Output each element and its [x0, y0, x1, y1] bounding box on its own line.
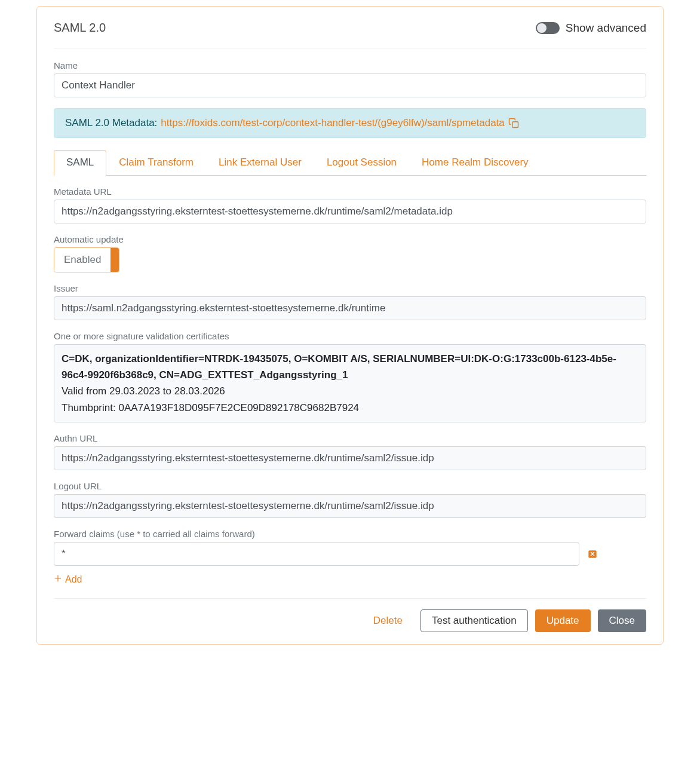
plus-icon [54, 574, 62, 585]
certificate-subject: C=DK, organizationIdentifier=NTRDK-19435… [62, 351, 638, 383]
metadata-url-label: Metadata URL [54, 186, 646, 197]
tab-claim-transform[interactable]: Claim Transform [106, 150, 206, 176]
name-input[interactable] [54, 73, 646, 97]
auto-update-label: Automatic update [54, 234, 646, 244]
tab-saml[interactable]: SAML [54, 150, 106, 176]
auto-update-toggle[interactable]: Enabled [54, 247, 119, 272]
show-advanced-label: Show advanced [566, 22, 646, 35]
certificate-validity: Valid from 29.03.2023 to 28.03.2026 [62, 383, 638, 399]
toggle-bar-icon [110, 248, 119, 272]
metadata-banner-label: SAML 2.0 Metadata: [65, 117, 157, 129]
metadata-banner: SAML 2.0 Metadata: https://foxids.com/te… [54, 108, 646, 138]
svg-rect-0 [512, 122, 518, 128]
authn-url-group: Authn URL https://n2adgangsstyring.ekste… [54, 433, 646, 470]
authn-url-label: Authn URL [54, 433, 646, 443]
auto-update-value: Enabled [54, 248, 110, 272]
delete-button[interactable]: Delete [363, 610, 413, 632]
metadata-banner-link[interactable]: https://foxids.com/test-corp/context-han… [161, 117, 504, 129]
footer-actions: Delete Test authentication Update Close [54, 598, 646, 632]
add-claim-button[interactable]: Add [54, 574, 82, 585]
panel-header: SAML 2.0 Show advanced [54, 21, 646, 48]
certificates-label: One or more signature validation certifi… [54, 331, 646, 341]
metadata-url-group: Metadata URL [54, 186, 646, 223]
toggle-knob-icon [537, 23, 547, 33]
issuer-group: Issuer https://saml.n2adgangsstyring.eks… [54, 283, 646, 320]
tab-home-realm-discovery[interactable]: Home Realm Discovery [409, 150, 541, 176]
certificate-thumbprint: Thumbprint: 0AA7A193F18D095F7E2CE09D8921… [62, 400, 638, 416]
logout-url-label: Logout URL [54, 481, 646, 491]
forward-claims-label: Forward claims (use * to carried all cla… [54, 529, 646, 539]
name-group: Name [54, 60, 646, 97]
authn-url-value: https://n2adgangsstyring.eksterntest-sto… [54, 446, 646, 470]
issuer-label: Issuer [54, 283, 646, 293]
tab-logout-session[interactable]: Logout Session [314, 150, 409, 176]
copy-metadata-icon[interactable] [508, 118, 519, 128]
logout-url-group: Logout URL https://n2adgangsstyring.ekst… [54, 481, 646, 518]
logout-url-value: https://n2adgangsstyring.eksterntest-sto… [54, 494, 646, 518]
certificate-item[interactable]: C=DK, organizationIdentifier=NTRDK-19435… [54, 344, 646, 422]
tab-bar: SAML Claim Transform Link External User … [54, 150, 646, 176]
forward-claims-group: Forward claims (use * to carried all cla… [54, 529, 646, 566]
name-label: Name [54, 60, 646, 71]
certificates-group: One or more signature validation certifi… [54, 331, 646, 422]
saml-config-panel: SAML 2.0 Show advanced Name SAML 2.0 Met… [36, 6, 664, 645]
auto-update-group: Automatic update Enabled [54, 234, 646, 272]
remove-claim-icon[interactable] [587, 548, 598, 560]
tab-link-external-user[interactable]: Link External User [206, 150, 314, 176]
metadata-url-input[interactable] [54, 200, 646, 223]
show-advanced-toggle[interactable] [536, 22, 560, 34]
forward-claims-input[interactable] [54, 542, 579, 566]
advanced-toggle-wrap: Show advanced [536, 22, 646, 35]
panel-title: SAML 2.0 [54, 21, 106, 35]
update-button[interactable]: Update [535, 609, 591, 632]
issuer-value: https://saml.n2adgangsstyring.eksterntes… [54, 296, 646, 320]
add-claim-label: Add [65, 574, 82, 585]
test-authentication-button[interactable]: Test authentication [420, 609, 528, 632]
forward-claims-row [54, 542, 646, 566]
close-button[interactable]: Close [598, 609, 646, 632]
